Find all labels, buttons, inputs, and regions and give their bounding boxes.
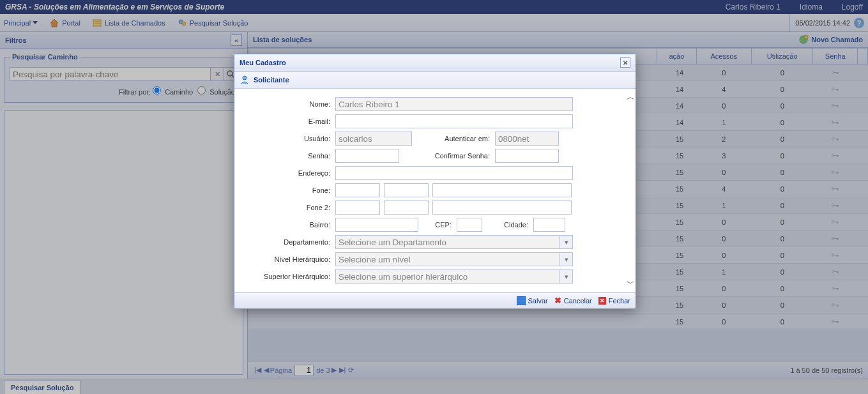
modal-close-button[interactable]: ✕	[620, 57, 630, 68]
label-superior: Superior Hierárquico:	[241, 273, 335, 280]
chevron-down-icon: ▾	[560, 269, 573, 284]
select-nivel[interactable]: ▾	[335, 252, 573, 266]
input-nome	[335, 97, 573, 111]
scroll-up-icon[interactable]: ︿	[627, 91, 635, 103]
cancel-icon: ✖	[554, 296, 561, 305]
input-bairro[interactable]	[335, 218, 418, 232]
label-confirmar-senha: Confirmar Senha:	[399, 152, 495, 160]
chevron-down-icon: ▾	[560, 252, 573, 266]
select-departamento[interactable]: ▾	[335, 235, 573, 249]
input-cidade[interactable]	[533, 218, 565, 232]
input-fone-ddd[interactable]	[335, 183, 380, 197]
label-fone: Fone:	[241, 186, 335, 194]
modal-scrollbar[interactable]: ︿ ﹀	[625, 89, 636, 292]
modal-footer: Salvar ✖Cancelar ✕Fechar	[234, 292, 636, 308]
close-icon: ✕	[598, 297, 606, 305]
label-email: E-mail:	[241, 117, 335, 125]
scroll-down-icon[interactable]: ﹀	[627, 278, 635, 289]
input-fone2-number[interactable]	[432, 201, 572, 215]
person-icon	[240, 75, 250, 85]
label-auth: Autenticar em:	[412, 135, 495, 142]
input-fone-prefix[interactable]	[384, 183, 429, 197]
input-endereco[interactable]	[335, 166, 573, 180]
label-bairro: Bairro:	[241, 221, 335, 229]
cancel-button[interactable]: ✖Cancelar	[554, 296, 592, 305]
close-button[interactable]: ✕Fechar	[598, 296, 630, 305]
label-nome: Nome:	[241, 100, 335, 108]
select-superior[interactable]: ▾	[335, 269, 573, 284]
input-usuario	[335, 132, 412, 146]
modal-section-solicitante: Solicitante	[234, 72, 636, 89]
input-cep[interactable]	[457, 218, 482, 232]
label-fone2: Fone 2:	[241, 204, 335, 211]
chevron-down-icon: ▾	[560, 235, 573, 249]
label-departamento: Departamento:	[241, 238, 335, 246]
input-auth	[495, 132, 559, 146]
label-endereco: Endereço:	[241, 169, 335, 177]
input-confirmar-senha[interactable]	[495, 149, 559, 163]
modal-title: Meu Cadastro	[240, 59, 286, 66]
input-fone2-ddd[interactable]	[335, 201, 380, 215]
input-email[interactable]	[335, 114, 573, 128]
label-senha: Senha:	[241, 152, 335, 160]
input-fone-number[interactable]	[432, 183, 572, 197]
label-usuario: Usuário:	[241, 135, 335, 142]
label-cep: CEP:	[418, 221, 457, 229]
save-button[interactable]: Salvar	[517, 296, 548, 305]
label-cidade: Cidade:	[482, 221, 533, 229]
meu-cadastro-modal: Meu Cadastro ✕ Solicitante ︿ ﹀ Nome: E-m…	[234, 54, 636, 309]
modal-body: ︿ ﹀ Nome: E-mail: Usuário: Autenticar em…	[234, 89, 636, 292]
input-senha[interactable]	[335, 149, 399, 163]
input-fone2-prefix[interactable]	[384, 201, 429, 215]
save-icon	[517, 296, 526, 305]
label-nivel: Nível Hierárquico:	[241, 255, 335, 263]
svg-point-10	[243, 76, 247, 80]
modal-header: Meu Cadastro ✕	[234, 54, 636, 72]
